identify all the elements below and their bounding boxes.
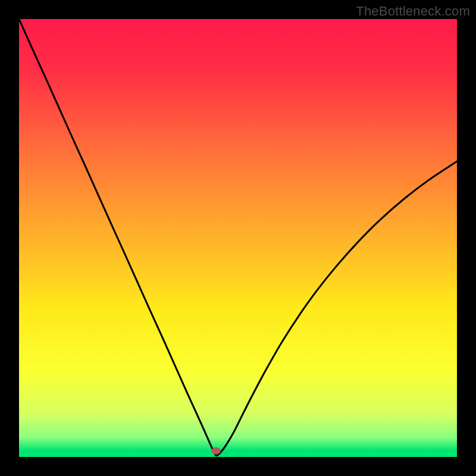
optimal-point-marker <box>211 447 221 455</box>
chart-svg <box>19 19 457 457</box>
watermark-text: TheBottleneck.com <box>356 4 470 19</box>
gradient-background <box>19 19 457 457</box>
chart-area <box>19 19 457 457</box>
